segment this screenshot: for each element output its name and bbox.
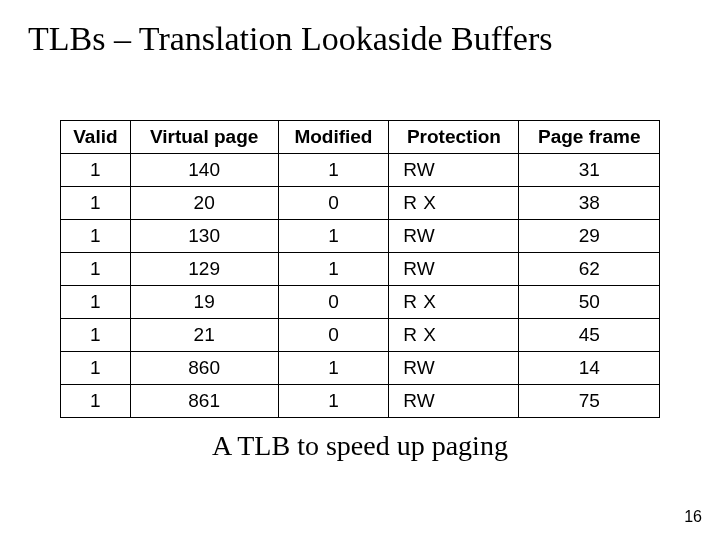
table-row: 1 860 1 RW 14 [61,352,660,385]
cell-frame: 45 [519,319,660,352]
table-row: 1 130 1 RW 29 [61,220,660,253]
table-row: 1 861 1 RW 75 [61,385,660,418]
cell-vpage: 20 [130,187,278,220]
page-number: 16 [684,508,702,526]
cell-mod: 0 [278,319,389,352]
cell-valid: 1 [61,385,131,418]
cell-prot: RW [389,352,519,385]
cell-valid: 1 [61,220,131,253]
cell-frame: 62 [519,253,660,286]
tlb-table: Valid Virtual page Modified Protection P… [60,120,660,418]
cell-valid: 1 [61,286,131,319]
table-row: 1 20 0 R X 38 [61,187,660,220]
cell-mod: 1 [278,385,389,418]
cell-mod: 0 [278,187,389,220]
cell-frame: 29 [519,220,660,253]
cell-prot: R X [389,286,519,319]
cell-mod: 1 [278,253,389,286]
cell-vpage: 21 [130,319,278,352]
col-valid: Valid [61,121,131,154]
cell-frame: 50 [519,286,660,319]
cell-valid: 1 [61,187,131,220]
cell-vpage: 129 [130,253,278,286]
cell-prot: R X [389,187,519,220]
col-protection: Protection [389,121,519,154]
slide-title: TLBs – Translation Lookaside Buffers [0,20,720,58]
cell-mod: 1 [278,154,389,187]
cell-prot: RW [389,220,519,253]
cell-prot: RW [389,253,519,286]
cell-prot: R X [389,319,519,352]
cell-mod: 1 [278,352,389,385]
cell-valid: 1 [61,154,131,187]
table-header-row: Valid Virtual page Modified Protection P… [61,121,660,154]
cell-frame: 38 [519,187,660,220]
col-virtual-page: Virtual page [130,121,278,154]
cell-frame: 75 [519,385,660,418]
cell-mod: 0 [278,286,389,319]
cell-mod: 1 [278,220,389,253]
cell-vpage: 130 [130,220,278,253]
slide-caption: A TLB to speed up paging [0,430,720,462]
table-row: 1 140 1 RW 31 [61,154,660,187]
table-row: 1 129 1 RW 62 [61,253,660,286]
cell-valid: 1 [61,352,131,385]
cell-frame: 31 [519,154,660,187]
cell-frame: 14 [519,352,660,385]
col-modified: Modified [278,121,389,154]
cell-valid: 1 [61,253,131,286]
table-row: 1 19 0 R X 50 [61,286,660,319]
cell-vpage: 861 [130,385,278,418]
tlb-table-container: Valid Virtual page Modified Protection P… [60,120,660,418]
table-row: 1 21 0 R X 45 [61,319,660,352]
cell-vpage: 19 [130,286,278,319]
col-page-frame: Page frame [519,121,660,154]
slide: TLBs – Translation Lookaside Buffers Val… [0,0,720,540]
cell-prot: RW [389,385,519,418]
cell-vpage: 140 [130,154,278,187]
cell-prot: RW [389,154,519,187]
cell-vpage: 860 [130,352,278,385]
cell-valid: 1 [61,319,131,352]
